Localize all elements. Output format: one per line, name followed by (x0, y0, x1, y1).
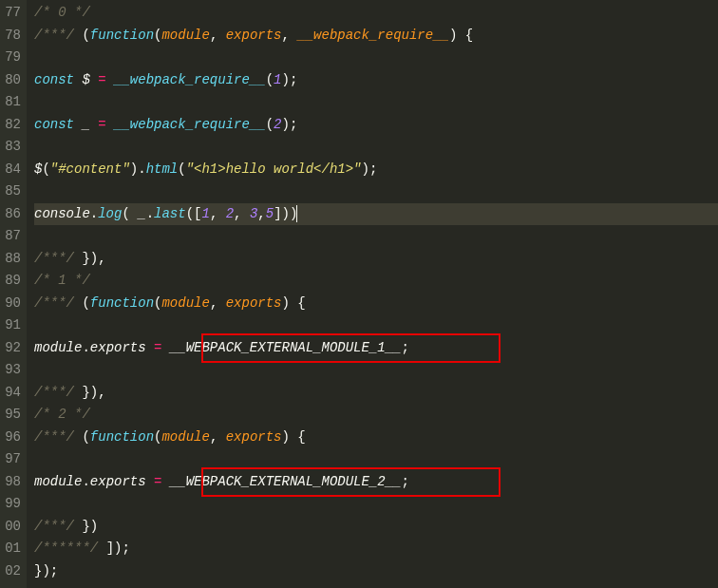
code-line[interactable]: }); (34, 560, 718, 583)
code-token: module (161, 429, 209, 445)
code-token: /***/ (34, 28, 74, 43)
code-line[interactable] (34, 359, 718, 382)
code-token (98, 541, 105, 556)
code-token: ) (282, 72, 290, 87)
code-token: , (282, 28, 298, 43)
code-token: exports (90, 474, 146, 489)
code-line[interactable]: module.exports = __WEBPACK_EXTERNAL_MODU… (34, 337, 718, 360)
code-token: function (90, 28, 154, 43)
code-line[interactable] (34, 180, 718, 203)
code-token: __WEBPACK_EXTERNAL_MODULE_2__ (170, 474, 402, 489)
code-token: . (138, 161, 145, 177)
code-token: . (82, 340, 89, 355)
code-token: __webpack_require__ (297, 28, 449, 43)
line-number: 90 (0, 293, 21, 315)
code-token: module (34, 474, 82, 489)
code-line[interactable] (34, 225, 718, 248)
code-token: ) (282, 295, 290, 311)
code-line[interactable] (34, 47, 718, 69)
code-token: /***/ (34, 429, 74, 445)
code-token: $ (82, 72, 89, 87)
line-number: 00 (0, 516, 21, 539)
line-number: 02 (0, 560, 21, 583)
code-token: module (34, 340, 82, 355)
line-number: 01 (0, 538, 21, 560)
line-number: 78 (0, 25, 21, 47)
code-token (161, 474, 169, 489)
code-line[interactable]: $("#content").html("<h1>hello world</h1>… (34, 159, 718, 181)
line-number: 79 (0, 47, 21, 69)
code-line[interactable]: /***/ (function(module, exports, __webpa… (34, 25, 718, 47)
code-token: ; (290, 117, 297, 132)
code-token: , (98, 385, 105, 400)
code-line[interactable]: /***/ }), (34, 248, 718, 271)
code-token: } (82, 519, 89, 534)
code-line[interactable]: const $ = __webpack_require__(1); (34, 69, 718, 92)
code-token: "#content" (50, 161, 130, 177)
code-token: 5 (266, 206, 274, 221)
code-token: { (297, 295, 305, 311)
code-token: /* 1 */ (34, 273, 90, 288)
code-token: /***/ (34, 519, 74, 534)
code-token: ( (178, 161, 185, 177)
code-token: module (161, 295, 209, 311)
code-line[interactable]: /***/ }), (34, 382, 718, 405)
code-line[interactable]: /******/ ]); (34, 538, 718, 560)
code-token: , (210, 429, 226, 445)
line-number: 82 (0, 114, 21, 137)
code-token: ) (130, 161, 138, 177)
code-token: . (146, 206, 154, 221)
code-token: /******/ (34, 541, 98, 556)
code-token (146, 340, 154, 355)
code-token: /***/ (34, 385, 74, 400)
code-token: ( (42, 161, 49, 177)
code-line[interactable] (34, 493, 718, 516)
line-number: 80 (0, 69, 21, 92)
code-token: /* 2 */ (34, 407, 90, 422)
code-token (146, 474, 154, 489)
code-token: = (98, 117, 105, 132)
code-token (130, 206, 138, 221)
code-line[interactable]: /* 1 */ (34, 270, 718, 293)
line-number: 91 (0, 314, 21, 337)
line-number: 84 (0, 159, 21, 181)
line-number-gutter: 7778798081828384858687888990919293949596… (0, 0, 27, 588)
code-token: } (82, 385, 89, 400)
code-line[interactable] (34, 91, 718, 114)
code-line[interactable] (34, 136, 718, 159)
code-token: 2 (274, 117, 281, 132)
line-number: 94 (0, 382, 21, 405)
code-line[interactable]: console.log( _.last([1, 2, 3,5])) (34, 203, 718, 226)
line-number: 77 (0, 2, 21, 25)
code-token: , (210, 28, 226, 43)
code-token: log (98, 206, 122, 221)
code-line[interactable] (34, 448, 718, 471)
code-token: ) (282, 429, 290, 445)
code-area[interactable]: /* 0 *//***/ (function(module, exports, … (27, 0, 718, 588)
code-line[interactable]: /***/ (function(module, exports) { (34, 427, 718, 449)
code-line[interactable]: /* 2 */ (34, 404, 718, 427)
code-line[interactable]: /***/ }) (34, 516, 718, 539)
line-number: 92 (0, 337, 21, 360)
code-line[interactable]: /***/ (function(module, exports) { (34, 293, 718, 315)
line-number: 99 (0, 493, 21, 516)
code-token: , (210, 206, 226, 221)
code-token: exports (226, 28, 282, 43)
code-token: ; (290, 72, 297, 87)
line-number: 86 (0, 203, 21, 226)
code-line[interactable]: module.exports = __WEBPACK_EXTERNAL_MODU… (34, 471, 718, 494)
code-line[interactable]: /* 0 */ (34, 2, 718, 25)
code-token: , (98, 251, 105, 266)
code-token: exports (226, 295, 282, 311)
code-token: function (90, 295, 154, 311)
code-line[interactable] (34, 314, 718, 337)
text-cursor (296, 205, 297, 222)
line-number: 89 (0, 270, 21, 293)
line-number: 98 (0, 471, 21, 494)
code-token: console (34, 206, 90, 221)
line-number: 95 (0, 404, 21, 427)
code-token: const (34, 117, 74, 132)
code-editor[interactable]: 7778798081828384858687888990919293949596… (0, 0, 718, 588)
code-line[interactable]: const _ = __webpack_require__(2); (34, 114, 718, 137)
code-token: 1 (201, 206, 209, 221)
